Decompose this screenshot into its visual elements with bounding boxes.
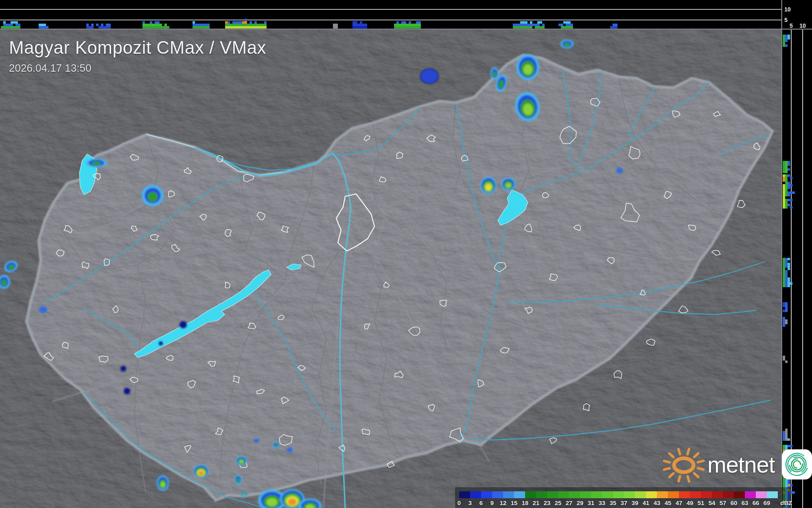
scale-cell xyxy=(657,491,668,498)
vmax-pixel xyxy=(414,26,416,29)
vmax-pixel xyxy=(561,26,563,29)
vmax-pixel xyxy=(783,273,785,275)
scale-tick-label: 0 xyxy=(457,499,461,506)
vmax-pixel xyxy=(783,35,785,37)
vmax-pixel xyxy=(566,21,568,24)
vmax-pixel xyxy=(155,24,157,26)
vmax-pixel xyxy=(207,26,210,29)
radar-echo xyxy=(501,178,516,191)
radar-echo xyxy=(179,321,187,328)
vmax-pixel xyxy=(44,24,46,26)
vmax-pixel xyxy=(228,21,230,24)
vmax-pixel xyxy=(197,26,200,29)
vmax-pixel xyxy=(783,484,785,486)
vmax-pixel xyxy=(46,26,48,29)
vmax-pixel xyxy=(785,166,788,168)
vmax-pixel xyxy=(783,42,785,44)
vmax-pixel xyxy=(416,21,418,24)
scale-tick-label: 12 xyxy=(500,499,507,506)
vmax-pixel xyxy=(225,24,228,26)
vmax-pixel xyxy=(195,26,197,29)
sun-icon xyxy=(660,445,706,484)
radar-echo xyxy=(159,341,163,345)
vmax-pixel xyxy=(157,26,160,29)
vmax-pixel xyxy=(418,21,421,24)
vmax-pixel xyxy=(150,24,152,26)
scale-cell xyxy=(723,491,734,498)
vmax-pixel xyxy=(254,26,257,29)
vmax-pixel xyxy=(235,24,237,26)
vmax-pixel xyxy=(785,258,788,260)
vmax-pixel xyxy=(207,24,210,26)
vmax-pixel xyxy=(404,21,406,24)
sun-ray xyxy=(664,461,670,462)
vmax-pixel xyxy=(783,285,785,287)
vmax-pixel xyxy=(264,21,267,24)
vmax-pixel xyxy=(785,194,788,196)
vmax-pixel xyxy=(86,26,89,29)
sun-ray xyxy=(678,476,680,482)
vmax-pixel xyxy=(152,26,155,29)
vmax-pixel xyxy=(785,280,788,282)
radar-echo xyxy=(142,185,164,206)
scale-cell xyxy=(701,491,712,498)
scale-cell xyxy=(536,491,547,498)
vmax-pixel xyxy=(142,26,145,29)
radar-echo xyxy=(241,492,247,497)
vmax-pixel xyxy=(615,26,617,29)
scale-cell xyxy=(602,491,613,498)
vmax-pixel xyxy=(414,24,416,26)
vmax-pixel xyxy=(11,24,13,26)
scale-tick-label: 49 xyxy=(687,499,694,506)
scale-cell xyxy=(580,491,591,498)
vmax-pixel xyxy=(785,275,788,277)
vmax-pixel xyxy=(783,263,785,265)
vmax-pixel xyxy=(520,26,523,29)
vmax-pixel xyxy=(409,21,411,24)
vmax-pixel xyxy=(193,26,195,29)
vmax-pixel xyxy=(235,21,237,24)
dbz-scale-unit: dBZ xyxy=(780,499,792,506)
vmax-pixel xyxy=(18,24,20,26)
vmax-pixel xyxy=(788,163,790,166)
dbz-scale: 0369121518212325272931333537394143454749… xyxy=(455,487,790,508)
scale-cell xyxy=(470,491,481,498)
vmax-pixel xyxy=(783,324,785,327)
vmax-pixel xyxy=(613,26,615,29)
vmax-pixel xyxy=(788,37,790,40)
vmax-pixel xyxy=(783,206,785,209)
scale-cell xyxy=(569,491,580,498)
vmax-pixel xyxy=(558,24,561,26)
scale-tick-label: 41 xyxy=(643,499,650,506)
scale-tick-label: 25 xyxy=(555,499,562,506)
scale-cell xyxy=(558,491,569,498)
vmax-pixel xyxy=(254,21,257,24)
vmax-pixel xyxy=(790,199,792,201)
vmax-pixel xyxy=(525,26,527,29)
vmax-pixel xyxy=(788,161,790,163)
vmax-pixel xyxy=(365,26,367,29)
vmax-pixel xyxy=(160,24,162,26)
page-title: Magyar Kompozit CMax / VMax xyxy=(9,37,266,58)
vmax-pixel xyxy=(409,26,411,29)
vmax-pixel xyxy=(394,26,396,29)
scale-tick-label: 37 xyxy=(621,499,628,506)
vmax-pixel xyxy=(404,26,406,29)
scale-cell xyxy=(734,491,745,498)
vmax-pixel xyxy=(142,21,145,24)
radar-echo xyxy=(39,306,47,313)
vmax-pixel xyxy=(785,310,788,312)
vmax-pixel xyxy=(788,168,790,171)
vmax-pixel xyxy=(783,37,785,40)
radar-echo xyxy=(86,158,107,167)
vmax-pixel xyxy=(406,26,409,29)
scale-tick-label: 27 xyxy=(566,499,573,506)
vmax-pixel xyxy=(792,191,795,194)
title-block: Magyar Kompozit CMax / VMax 2026.04.17 1… xyxy=(9,37,266,75)
vmax-pixel xyxy=(783,431,785,433)
vmax-pixel xyxy=(610,26,613,29)
vmax-pixel xyxy=(147,24,150,26)
vmax-pixel xyxy=(785,163,788,166)
scale-tick-label: 9 xyxy=(490,499,494,506)
vmax-pixel xyxy=(518,24,520,26)
